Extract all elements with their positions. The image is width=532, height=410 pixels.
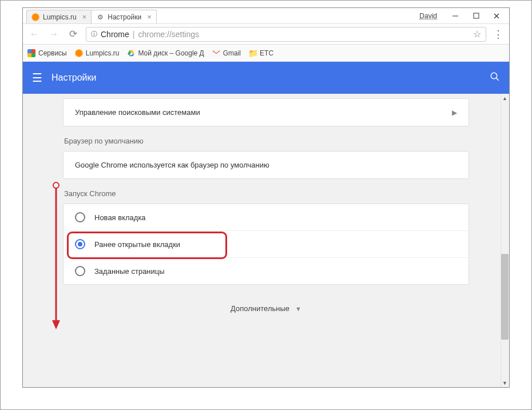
drive-icon	[127, 49, 135, 57]
settings-body[interactable]: Управление поисковыми системами ▶ Браузе…	[23, 94, 509, 387]
default-browser-card: Google Chrome используется как браузер п…	[63, 151, 469, 179]
apps-icon	[27, 49, 35, 57]
scrollbar[interactable]: ▲ ▼	[501, 94, 509, 387]
close-icon	[493, 13, 500, 19]
svg-point-10	[53, 182, 59, 188]
screenshot-frame: Lumpics.ru × ⚙ Настройки × David	[0, 0, 532, 410]
browser-window: Lumpics.ru × ⚙ Настройки × David	[22, 7, 510, 388]
window-minimize-button[interactable]	[445, 8, 466, 24]
bookmark-lumpics[interactable]: Lumpics.ru	[75, 49, 120, 57]
advanced-toggle[interactable]: Дополнительные ▼	[63, 292, 469, 325]
settings-appbar: ☰ Настройки	[23, 62, 509, 94]
manage-search-engines-row[interactable]: Управление поисковыми системами ▶	[63, 99, 469, 126]
reload-button[interactable]: ⟳	[66, 28, 80, 40]
status-text: Google Chrome используется как браузер п…	[75, 161, 269, 169]
favicon-gear-icon: ⚙	[96, 13, 104, 21]
radio-label: Заданные страницы	[94, 267, 165, 276]
titlebar-right: David	[419, 8, 509, 24]
profile-label[interactable]: David	[419, 12, 437, 20]
section-on-startup: Запуск Chrome	[64, 189, 469, 198]
titlebar: Lumpics.ru × ⚙ Настройки × David	[23, 8, 509, 24]
chevron-down-icon: ▼	[295, 305, 301, 312]
startup-option-continue[interactable]: Ранее открытые вкладки	[63, 230, 469, 257]
radio-label: Новая вкладка	[94, 213, 146, 222]
lumpics-icon	[75, 49, 83, 57]
bookmark-drive[interactable]: Мой диск – Google Д	[127, 49, 204, 57]
back-button[interactable]: ←	[27, 29, 41, 40]
svg-point-8	[491, 73, 497, 79]
maximize-icon	[473, 13, 479, 19]
startup-option-new-tab[interactable]: Новая вкладка	[63, 204, 469, 230]
startup-option-specific-pages[interactable]: Заданные страницы	[63, 257, 469, 284]
radio-label: Ранее открытые вкладки	[94, 240, 180, 249]
bookmark-etc[interactable]: 📁 ETC	[249, 49, 273, 57]
scroll-down-icon[interactable]: ▼	[501, 379, 509, 387]
bookmarks-bar: Сервисы Lumpics.ru Мой диск – Google Д G…	[23, 45, 509, 62]
tab-close-icon[interactable]: ×	[82, 13, 87, 21]
svg-rect-1	[474, 13, 479, 18]
on-startup-card: Новая вкладка Ранее открытые вкладки Зад…	[63, 204, 469, 285]
menu-button[interactable]: ☰	[32, 71, 42, 85]
page-content: ☰ Настройки Управление поисковыми систем…	[23, 62, 509, 387]
folder-icon: 📁	[249, 49, 257, 57]
window-maximize-button[interactable]	[466, 8, 486, 24]
omnibox-origin: Chrome	[101, 30, 129, 39]
site-info-icon[interactable]: ⓘ	[91, 30, 97, 38]
chrome-menu-button[interactable]: ⋮	[492, 28, 505, 41]
bookmark-star-icon[interactable]: ☆	[473, 29, 481, 39]
bookmark-label: Сервисы	[38, 49, 67, 57]
tab-title: Настройки	[108, 13, 141, 21]
omnibox-separator: |	[133, 30, 135, 39]
annotation-arrow	[50, 182, 62, 332]
row-label: Управление поисковыми системами	[75, 108, 200, 117]
favicon-lumpics-icon	[31, 13, 39, 21]
search-button[interactable]	[490, 71, 500, 85]
chevron-right-icon: ▶	[452, 109, 457, 117]
bookmark-label: Мой диск – Google Д	[138, 49, 204, 57]
bookmark-label: ETC	[260, 49, 273, 57]
tab-lumpics[interactable]: Lumpics.ru ×	[26, 10, 92, 23]
bookmark-label: Gmail	[223, 49, 241, 57]
default-browser-status: Google Chrome используется как браузер п…	[63, 152, 469, 178]
tab-strip: Lumpics.ru × ⚙ Настройки ×	[23, 8, 156, 23]
bookmark-label: Lumpics.ru	[86, 49, 120, 57]
tab-close-icon[interactable]: ×	[147, 13, 152, 21]
radio-icon[interactable]	[75, 266, 85, 276]
tab-settings[interactable]: ⚙ Настройки ×	[91, 10, 156, 23]
radio-icon[interactable]	[75, 239, 85, 249]
window-close-button[interactable]	[486, 8, 507, 24]
bookmark-gmail[interactable]: Gmail	[212, 49, 241, 57]
radio-icon[interactable]	[75, 212, 85, 222]
search-engines-card: Управление поисковыми системами ▶	[63, 98, 469, 126]
appbar-title: Настройки	[51, 73, 96, 83]
scrollbar-thumb[interactable]	[501, 254, 509, 340]
section-default-browser: Браузер по умолчанию	[64, 137, 469, 145]
gmail-icon	[212, 49, 220, 57]
svg-marker-12	[52, 320, 60, 329]
bookmark-apps[interactable]: Сервисы	[27, 49, 67, 57]
toolbar: ← → ⟳ ⓘ Chrome | chrome://settings ☆ ⋮	[23, 24, 509, 45]
minimize-icon	[452, 13, 459, 19]
advanced-label: Дополнительные	[231, 304, 289, 313]
forward-button[interactable]: →	[47, 29, 61, 40]
address-bar[interactable]: ⓘ Chrome | chrome://settings ☆	[86, 27, 486, 42]
svg-line-9	[496, 78, 499, 81]
scroll-up-icon[interactable]: ▲	[501, 94, 509, 102]
svg-marker-6	[129, 54, 134, 56]
omnibox-url: chrome://settings	[138, 30, 199, 39]
tab-title: Lumpics.ru	[43, 13, 77, 21]
search-icon	[490, 71, 500, 82]
